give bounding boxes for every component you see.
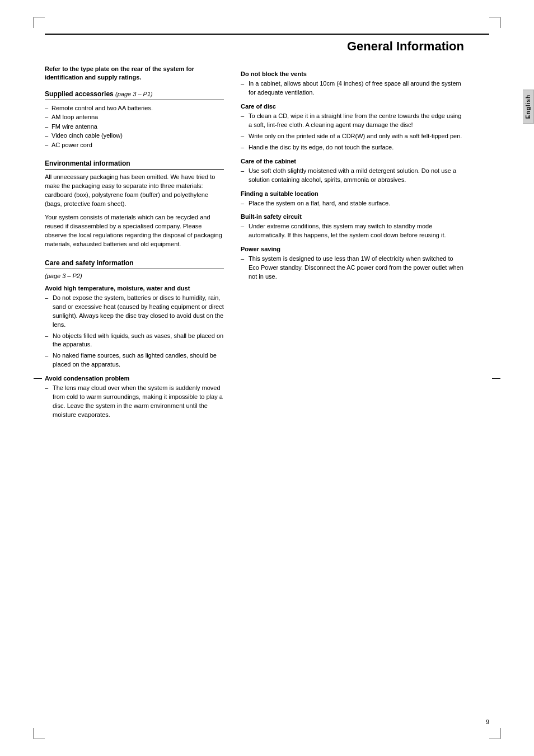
care-safety-header: Care and safety information — [45, 259, 224, 269]
supplied-accessories-list: Remote control and two AA batteries. AM … — [45, 104, 224, 150]
list-item: FM wire antenna — [45, 122, 224, 132]
list-item: Remote control and two AA batteries. — [45, 104, 224, 113]
intro-text: Refer to the type plate on the rear of t… — [45, 65, 224, 82]
avoid-condensation-item-1: The lens may cloud over when the system … — [45, 384, 224, 420]
content-area: General Information Refer to the type pl… — [45, 34, 489, 722]
right-column: Do not block the vents In a cabinet, all… — [241, 65, 489, 422]
environmental-header: Environmental information — [45, 159, 224, 170]
supplied-accessories-header: Supplied accessories (page 3 – P1) — [45, 90, 224, 100]
care-safety-title: Care and safety information — [45, 259, 134, 267]
page-title: General Information — [45, 34, 489, 54]
left-column: Refer to the type plate on the rear of t… — [45, 65, 224, 422]
corner-mark-tr — [489, 17, 500, 28]
supplied-accessories-title: Supplied accessories — [45, 90, 114, 98]
reg-mark-right — [492, 378, 500, 379]
corner-mark-br — [489, 728, 500, 739]
power-saving-item-1: This system is designed to use less than… — [241, 255, 464, 281]
care-disc-header: Care of disc — [241, 103, 464, 110]
environmental-para-2: Your system consists of materials which … — [45, 213, 224, 249]
language-tab: English — [523, 90, 534, 124]
care-disc-item-3: Handle the disc by its edge, do not touc… — [241, 143, 464, 152]
supplied-accessories-page-ref: (page 3 – P1) — [115, 91, 153, 97]
avoid-temp-item-2: No objects filled with liquids, such as … — [45, 332, 224, 350]
list-item-ac-power-cord: AC power cord — [45, 140, 224, 150]
avoid-temp-item-1: Do not expose the system, batteries or d… — [45, 294, 224, 330]
power-saving-header: Power saving — [241, 246, 464, 252]
page: English 9 General Information Refer to t… — [0, 0, 534, 756]
builtin-safety-header: Built-in safety circuit — [241, 213, 464, 220]
care-disc-item-1: To clean a CD, wipe it in a straight lin… — [241, 112, 464, 130]
finding-location-header: Finding a suitable location — [241, 190, 464, 197]
environmental-para-1: All unnecessary packaging has been omitt… — [45, 173, 224, 209]
do-not-block-item-1: In a cabinet, allows about 10cm (4 inche… — [241, 79, 464, 97]
care-disc-item-2: Write only on the printed side of a CDR(… — [241, 132, 464, 141]
finding-location-item-1: Place the system on a flat, hard, and st… — [241, 199, 464, 208]
builtin-safety-item-1: Under extreme conditions, this system ma… — [241, 222, 464, 240]
care-cabinet-item-1: Use soft cloth slightly moistened with a… — [241, 167, 464, 185]
corner-mark-tl — [34, 17, 45, 28]
avoid-temp-title: Avoid high temperature, moisture, water … — [45, 285, 224, 292]
two-column-layout: Refer to the type plate on the rear of t… — [45, 65, 489, 422]
reg-mark-left — [34, 378, 42, 379]
avoid-temp-item-3: No naked flame sources, such as lighted … — [45, 351, 224, 369]
intro-text-strong: Refer to the type plate on the rear of t… — [45, 65, 194, 81]
corner-mark-bl — [34, 728, 45, 739]
list-item: Video cinch cable (yellow) — [45, 131, 224, 140]
do-not-block-header: Do not block the vents — [241, 71, 464, 77]
avoid-condensation-title: Avoid condensation problem — [45, 375, 224, 382]
list-item: AM loop antenna — [45, 112, 224, 122]
care-safety-page-ref: (page 3 – P2) — [45, 273, 224, 279]
care-cabinet-header: Care of the cabinet — [241, 158, 464, 165]
